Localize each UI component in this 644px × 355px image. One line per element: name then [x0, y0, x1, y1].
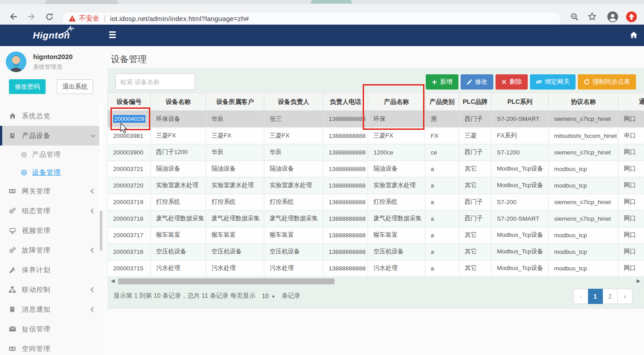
cell-plc-brand[interactable]: 其它 [459, 244, 491, 260]
cell-device-name[interactable]: 隔油设备 [151, 161, 206, 177]
cell-plc-brand[interactable]: 西门子 [459, 144, 491, 161]
cell-device-id[interactable]: 200003718 [108, 210, 151, 227]
cell-protocol[interactable]: mitsubishi_fxcom_hinet [549, 128, 619, 144]
table-row[interactable]: 200003718废气处理数据采集废气处理数据采集废气处理数据采集1388888… [108, 210, 644, 227]
sidebar-item-system-overview[interactable]: 系统总览 [0, 106, 103, 126]
cell-phone[interactable]: 13888888888 [323, 260, 368, 277]
cell-phone[interactable]: 13888888888 [323, 227, 368, 244]
profile-avatar-icon[interactable] [607, 11, 618, 22]
cell-customer[interactable]: 隔油设备 [206, 161, 264, 177]
cell-phone[interactable]: 13888888888 [323, 177, 368, 194]
cell-plc-brand[interactable]: 其它 [459, 161, 491, 177]
sidebar-item-product-device[interactable]: 产品设备 [0, 126, 103, 145]
cell-plc-series[interactable]: S7-200-SMART [491, 210, 549, 227]
sidebar-item-maintenance-plan[interactable]: 保养计划 [0, 260, 103, 280]
logout-button[interactable]: 退出系统 [57, 79, 93, 94]
cell-device-id[interactable]: 200003715 [108, 260, 151, 277]
search-input[interactable] [115, 73, 195, 90]
cell-phone[interactable]: 13888888888 [323, 210, 368, 227]
bookmark-star-icon[interactable] [587, 11, 597, 22]
cell-protocol[interactable]: siemens_s7tcp_hinet [549, 210, 619, 227]
table-row[interactable]: 200003981三菱FX三菱FX三菱FX13888888888三菱FXFX三菱… [108, 128, 644, 144]
table-row[interactable]: 200003717猴车装置猴车装置猴车装置13888888888猴车装置a其它M… [108, 227, 644, 244]
cell-plc-brand[interactable]: 西门子 [459, 194, 491, 210]
cell-product-category[interactable]: a [425, 177, 459, 194]
force-sync-points-button[interactable]: 强制同步点表 [578, 74, 636, 90]
cell-protocol[interactable]: siemens_s7tcp_hinet [549, 144, 619, 161]
cell-device-id[interactable]: 200003716 [108, 244, 151, 260]
sidebar-item-gateway-management[interactable]: 网关管理 [0, 181, 103, 201]
cell-plc-brand[interactable]: 其它 [459, 260, 491, 277]
cell-manager[interactable]: 灯控系统 [264, 194, 323, 210]
cell-customer[interactable]: 污水处理 [206, 260, 264, 277]
pager-prev-button[interactable]: ‹ [573, 289, 588, 304]
cell-product-category[interactable]: FX [425, 128, 459, 144]
sidebar-item-space-management[interactable]: 空间管理 [0, 339, 103, 355]
sidebar-item-message-notification[interactable]: 消息通知 [0, 299, 103, 319]
cell-product-category[interactable]: a [425, 161, 459, 177]
cell-customer[interactable]: 华辰 [206, 111, 264, 128]
page-size-select[interactable]: 10 ▲ [262, 292, 275, 299]
cell-device-name[interactable]: 西门子1200 [151, 144, 206, 161]
reload-button[interactable] [44, 11, 55, 22]
cell-manager[interactable]: 废气处理数据采集 [264, 210, 323, 227]
cell-customer[interactable]: 猴车装置 [206, 227, 264, 244]
cell-device-id[interactable]: 200003900 [108, 144, 151, 161]
cell-plc-brand[interactable]: 西门子 [459, 210, 491, 227]
sidebar-item-fault-management[interactable]: 故障管理 [0, 240, 103, 260]
cell-device-name[interactable]: 污水处理 [151, 260, 206, 277]
cell-manager[interactable]: 空压机设备 [264, 244, 323, 260]
cell-device-name[interactable]: 空压机设备 [151, 244, 206, 260]
back-button[interactable] [8, 11, 19, 22]
cell-product-name[interactable]: 三菱FX [368, 128, 425, 144]
cell-plc-brand[interactable]: 三菱 [459, 128, 491, 144]
cell-comm[interactable]: 网口 [619, 244, 644, 260]
sidebar-subitem-device-management[interactable]: 设备管理 [0, 163, 103, 181]
cell-comm[interactable]: 串口 [619, 128, 644, 144]
cell-customer[interactable]: 空压机设备 [206, 244, 264, 260]
cell-manager[interactable]: 张三 [264, 111, 323, 128]
cell-phone[interactable]: 13888888888 [323, 128, 368, 144]
cell-plc-series[interactable]: Modbus_Tcp设备 [491, 227, 549, 244]
browser-tab[interactable] [45, 0, 119, 4]
table-row[interactable]: 200004029环保设备华辰张三13888888888环保测西门子S7-200… [108, 111, 644, 128]
cell-device-name[interactable]: 环保设备 [151, 111, 206, 128]
cell-plc-series[interactable]: S7-1200 [491, 144, 549, 161]
cell-manager[interactable]: 三菱FX [264, 128, 323, 144]
cell-comm[interactable]: 网口 [619, 194, 644, 210]
cell-product-name[interactable]: 空压机设备 [368, 244, 425, 260]
delete-button[interactable]: 删除 [496, 74, 528, 90]
pager-page-1-button[interactable]: 1 [588, 289, 603, 304]
address-bar[interactable]: 不安全 | iot.idosp.net/admin/index.html?lan… [62, 12, 562, 26]
cell-protocol[interactable]: modbus_tcp [549, 161, 619, 177]
sidebar-scrollbar[interactable] [99, 104, 103, 248]
sidebar-scrollbar-thumb[interactable] [100, 210, 102, 251]
cell-customer[interactable]: 实验室废水处理 [206, 177, 264, 194]
cell-phone[interactable]: 13888888888 [323, 244, 368, 260]
cell-manager[interactable]: 污水处理 [264, 260, 323, 277]
cell-product-name[interactable]: 实验室废水处理 [368, 177, 425, 194]
cell-device-id[interactable]: 200004029 [108, 111, 151, 128]
zoom-out-icon[interactable] [569, 11, 580, 22]
cell-product-category[interactable]: 测 [425, 111, 459, 128]
cell-plc-series[interactable]: Modbus_Tcp设备 [491, 161, 549, 177]
table-row[interactable]: 200003720实验室废水处理实验室废水处理实验室废水处理1388888888… [108, 177, 644, 194]
cell-plc-series[interactable]: S7-200 [491, 194, 549, 210]
sidebar-item-video-management[interactable]: 视频管理 [0, 221, 103, 240]
cell-product-category[interactable]: a [425, 260, 459, 277]
cell-product-category[interactable]: ce [425, 144, 459, 161]
cell-device-id[interactable]: 200003719 [108, 194, 151, 210]
cell-product-name[interactable]: 环保 [368, 111, 425, 128]
edit-button[interactable]: 修改 [461, 74, 493, 90]
cell-plc-series[interactable]: Modbus_Tcp设备 [491, 260, 549, 277]
cell-phone[interactable]: 13888888888 [323, 161, 368, 177]
cell-customer[interactable]: 华辰 [206, 144, 264, 161]
cell-manager[interactable]: 隔油设备 [264, 161, 323, 177]
table-row[interactable]: 200003716空压机设备空压机设备空压机设备13888888888空压机设备… [108, 244, 644, 260]
cell-device-name[interactable]: 灯控系统 [151, 194, 206, 210]
sidebar-item-sms-management[interactable]: 短信管理 [0, 319, 103, 339]
cell-device-name[interactable]: 实验室废水处理 [151, 177, 206, 194]
pager-next-button[interactable]: › [618, 289, 632, 304]
cell-comm[interactable]: 网口 [619, 144, 644, 161]
bind-gateway-button[interactable]: 绑定网关 [530, 74, 576, 90]
